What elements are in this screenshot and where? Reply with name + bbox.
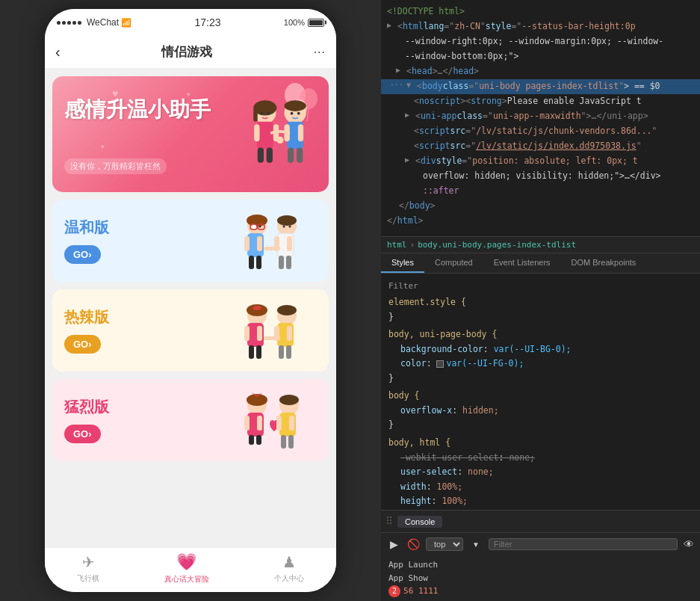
heart-deco-3: ♥ <box>101 144 105 150</box>
tab-console[interactable]: Console <box>397 516 442 528</box>
status-time: 17:23 <box>194 16 220 28</box>
svg-rect-52 <box>244 326 250 341</box>
svg-rect-47 <box>264 247 280 250</box>
breadcrumb-html[interactable]: html <box>387 240 407 250</box>
game-card-fierce[interactable]: 猛烈版 GO› <box>52 379 329 461</box>
svg-rect-43 <box>279 256 284 269</box>
code-line-cont1: --window-right:0px; --window-margin:0px;… <box>381 34 700 49</box>
svg-point-45 <box>283 226 285 228</box>
card-fierce-left: 猛烈版 GO› <box>64 397 109 443</box>
breadcrumb-body[interactable]: body.uni-body.pages-index-tdlist <box>418 240 576 250</box>
svg-point-33 <box>253 226 255 228</box>
banner-subtitle: 没有你，万殷精彩皆枉然 <box>64 158 167 174</box>
battery-fill <box>309 20 323 25</box>
svg-point-14 <box>260 112 263 115</box>
svg-rect-19 <box>298 124 303 141</box>
expand-arrow-body[interactable]: ▼ <box>406 79 415 91</box>
nav-item-fly[interactable]: ✈ 飞行棋 <box>77 553 99 584</box>
svg-rect-32 <box>256 256 261 269</box>
svg-rect-29 <box>244 236 250 251</box>
console-bar: Console ▶ 🚫 top ▼ 👁 App Launch App Show … <box>381 510 700 601</box>
card-hot-title: 热辣版 <box>64 307 109 327</box>
svg-rect-68 <box>244 416 250 431</box>
svg-point-15 <box>267 112 270 115</box>
expand-arrow-head[interactable]: ▶ <box>396 64 405 76</box>
game-card-mild[interactable]: 温和版 GO› <box>52 200 329 282</box>
svg-point-25 <box>276 137 283 144</box>
code-line-after: ::after <box>381 184 700 199</box>
context-select[interactable]: top <box>426 537 463 551</box>
expand-arrow-html[interactable]: ▶ <box>387 19 396 31</box>
status-bar: WeChat 📶 17:23 100% <box>45 9 336 36</box>
nav-item-profile[interactable]: ♟ 个人中心 <box>274 553 304 584</box>
svg-rect-76 <box>289 416 294 431</box>
svg-rect-11 <box>267 148 273 163</box>
svg-rect-21 <box>297 148 303 163</box>
svg-rect-69 <box>257 416 262 431</box>
game-card-hot[interactable]: 热辣版 GO› <box>52 289 329 372</box>
couple-illustration <box>239 95 321 192</box>
wifi-icon: 📶 <box>121 18 131 28</box>
error-count-badge: 2 <box>388 585 400 597</box>
svg-rect-8 <box>254 124 259 141</box>
battery-percent: 100% <box>284 18 305 27</box>
back-button[interactable]: ‹ <box>55 43 61 61</box>
tab-computed[interactable]: Computed <box>424 253 483 273</box>
go-fierce-button[interactable]: GO› <box>64 425 101 443</box>
console-grip[interactable] <box>387 517 391 527</box>
console-toolbar: ▶ 🚫 top ▼ 👁 <box>381 533 700 555</box>
ban-button[interactable]: 🚫 <box>406 537 420 551</box>
nav-bar: ‹ 情侣游戏 ··· <box>45 36 336 69</box>
card-mild-title: 温和版 <box>64 218 109 238</box>
svg-rect-20 <box>288 148 294 163</box>
svg-point-50 <box>253 306 261 310</box>
more-button[interactable]: ··· <box>314 46 326 59</box>
tab-event-listeners[interactable]: Event Listeners <box>483 253 561 273</box>
game-cards: 温和版 GO› <box>52 200 329 461</box>
signal-dot-2 <box>62 21 66 25</box>
mild-couple-art <box>231 211 313 274</box>
code-line-body[interactable]: ··· ▼ <body class="uni-body pages-index-… <box>381 79 700 94</box>
eye-button[interactable]: 👁 <box>684 538 694 550</box>
styles-panel: Filter element.style { } body, uni-page-… <box>381 274 700 510</box>
svg-rect-54 <box>249 345 254 359</box>
code-line-uniapp[interactable]: ▶ <uni-app class="uni-app--maxwidth">…</… <box>381 109 700 124</box>
signal-dot-1 <box>57 21 61 25</box>
svg-rect-42 <box>287 236 292 251</box>
hot-couple-art <box>231 300 313 364</box>
truth-icon: 💗 <box>176 552 196 572</box>
log-app-show: App Show <box>388 572 693 585</box>
tab-styles[interactable]: Styles <box>381 253 424 273</box>
go-mild-button[interactable]: GO› <box>64 245 101 264</box>
code-line-overflow: overflow: hidden; visibility: hidden;">…… <box>381 169 700 184</box>
card-mild-right <box>227 207 317 274</box>
code-line-div[interactable]: ▶ <div style="position: absolute; left: … <box>381 154 700 169</box>
card-mild-left: 温和版 GO› <box>64 218 109 264</box>
status-right: 100% <box>284 18 324 27</box>
devtools-tabs: Styles Computed Event Listeners DOM Brea… <box>381 253 700 274</box>
svg-rect-70 <box>249 435 254 445</box>
dropdown-arrow[interactable]: ▼ <box>469 537 483 551</box>
expand-arrow-uniapp[interactable]: ▶ <box>405 109 414 121</box>
go-hot-button[interactable]: GO› <box>64 335 101 354</box>
tab-dom-breakpoints[interactable]: DOM Breakpoints <box>561 253 647 273</box>
svg-rect-78 <box>288 435 294 449</box>
breadcrumb-sep: › <box>410 240 415 250</box>
banner: ♥ ♥ ♥ ♥ 感情升温小助手 没有你，万殷精彩皆枉然 <box>52 76 329 192</box>
log-error: 2 56 1111 <box>388 585 693 598</box>
nav-item-truth[interactable]: 💗 真心话大冒险 <box>164 552 209 585</box>
css-block-element: element.style { } <box>381 294 700 326</box>
svg-rect-61 <box>279 345 284 359</box>
code-line-head[interactable]: ▶ <head> … </head> <box>381 64 700 79</box>
code-line-body-close: </body> <box>381 199 700 214</box>
play-button[interactable]: ▶ <box>387 537 400 551</box>
carrier-label: WeChat <box>87 17 119 28</box>
code-line-html[interactable]: ▶ <html lang="zh-CN" style="--status-bar… <box>381 19 700 34</box>
profile-label: 个人中心 <box>274 573 304 584</box>
banner-title: 感情升温小助手 <box>64 97 211 123</box>
expand-arrow-div[interactable]: ▶ <box>405 154 414 166</box>
console-filter-input[interactable] <box>489 538 678 550</box>
svg-point-23 <box>291 112 294 115</box>
signal-dot-4 <box>72 21 76 25</box>
code-line-doctype: <!DOCTYPE html> <box>381 4 700 19</box>
